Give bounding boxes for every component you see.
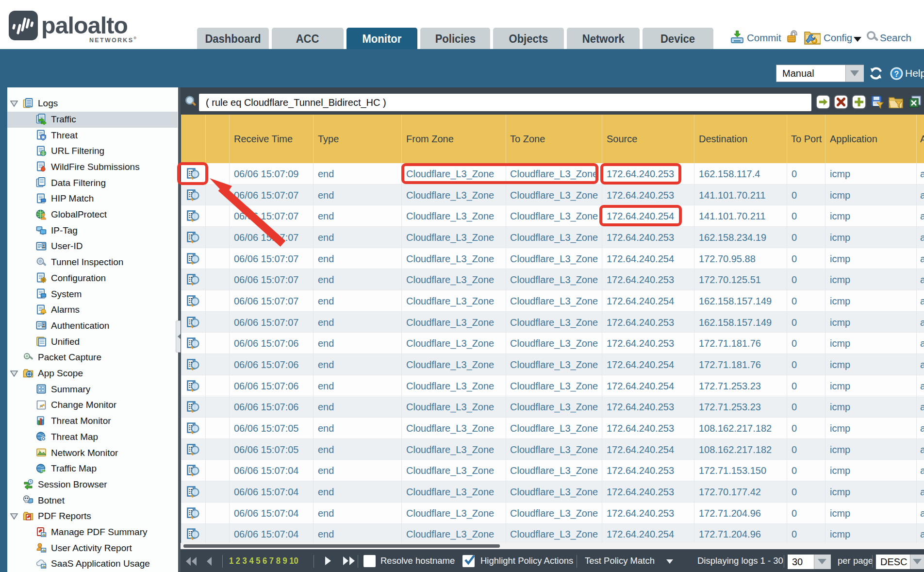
svg-text:?: ? bbox=[894, 70, 899, 78]
